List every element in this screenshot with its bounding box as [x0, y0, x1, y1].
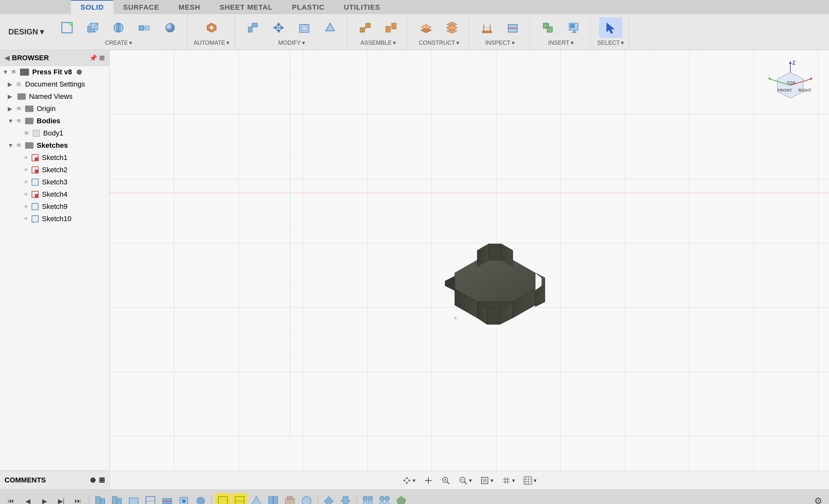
- draft-icon[interactable]: [319, 17, 342, 38]
- vp-zoom-btn[interactable]: [438, 475, 454, 486]
- tree-item-origin[interactable]: ▶ 👁 Origin: [0, 103, 109, 115]
- op-icon-10[interactable]: [282, 493, 298, 504]
- eye-hidden-sketch2[interactable]: 👁: [24, 167, 28, 172]
- op-icon-4[interactable]: [143, 493, 158, 504]
- eye-hidden-sketch1[interactable]: 👁: [24, 155, 28, 160]
- op-icon-8[interactable]: [249, 493, 264, 504]
- tree-item-sketch9[interactable]: ▶ 👁 Sketch9: [0, 200, 109, 213]
- eye-hidden-sketch9[interactable]: 👁: [24, 204, 28, 209]
- tree-item-bodies[interactable]: ▼ 👁 Bodies: [0, 115, 109, 127]
- tab-sheet-metal[interactable]: SHEET METAL: [210, 0, 283, 14]
- timeline-start-icon[interactable]: ⏮: [3, 493, 19, 504]
- tree-item-doc-settings[interactable]: ▶ ⚙ Document Settings: [0, 78, 109, 90]
- viewport-bottom-toolbar: ▾ ▾ ▾ ▾ ▾: [109, 471, 829, 490]
- joint-icon[interactable]: [354, 17, 377, 38]
- vp-grid-btn[interactable]: ▾: [499, 475, 518, 486]
- insert-group-label[interactable]: INSERT ▾: [548, 39, 574, 46]
- assemble-group-label[interactable]: ASSEMBLE ▾: [360, 39, 396, 46]
- eye-root[interactable]: 👁: [11, 69, 17, 76]
- nav-cube[interactable]: Z TOP RIGHT FRONT: [765, 60, 816, 111]
- timeline-end-icon[interactable]: ⏭: [70, 493, 86, 504]
- vp-pan-btn[interactable]: [421, 475, 436, 486]
- browser-expand-icon[interactable]: ⊞: [99, 54, 105, 62]
- midplane-icon[interactable]: [440, 17, 464, 38]
- settings-gear-icon[interactable]: ⚙: [810, 493, 826, 504]
- tab-surface[interactable]: SURFACE: [113, 0, 169, 14]
- op-icon-15[interactable]: [377, 493, 392, 504]
- timeline-next-icon[interactable]: ▶|: [53, 493, 69, 504]
- rigid-group-icon[interactable]: [380, 17, 403, 38]
- tab-plastic[interactable]: PLASTIC: [283, 0, 334, 14]
- browser-collapse-icon[interactable]: ◀: [4, 54, 9, 62]
- eye-body1[interactable]: 👁: [24, 130, 30, 137]
- eye-origin[interactable]: 👁: [16, 106, 22, 112]
- modify-group-label[interactable]: MODIFY ▾: [278, 39, 305, 46]
- eye-hidden-sketch10[interactable]: 👁: [24, 216, 28, 222]
- op-icon-3[interactable]: [126, 493, 141, 504]
- vp-move-btn[interactable]: ▾: [399, 475, 419, 486]
- pattern-icon[interactable]: [133, 17, 156, 38]
- eye-visible-sketch4[interactable]: 👁: [24, 192, 28, 197]
- tab-solid[interactable]: SOLID: [71, 0, 113, 14]
- 3d-object[interactable]: [413, 208, 574, 331]
- browser-pin-icon[interactable]: 📌: [89, 54, 97, 62]
- tree-item-sketch1[interactable]: ▶ 👁 Sketch1: [0, 152, 109, 164]
- op-icon-2[interactable]: [109, 493, 124, 504]
- op-icon-12[interactable]: [321, 493, 336, 504]
- arrow-bodies: ▼: [8, 118, 14, 124]
- op-icon-14[interactable]: [360, 493, 375, 504]
- shell-icon[interactable]: [293, 17, 316, 38]
- op-icon-7[interactable]: [193, 493, 208, 504]
- eye-sketches[interactable]: 👁: [16, 142, 22, 149]
- insert-canvas-icon[interactable]: [562, 17, 585, 38]
- inspect-group-label[interactable]: INSPECT ▾: [485, 39, 515, 46]
- create-group-label[interactable]: CREATE ▾: [105, 39, 132, 46]
- vp-visual-btn[interactable]: ▾: [520, 475, 540, 486]
- measure-icon[interactable]: [475, 17, 499, 38]
- select-group-label[interactable]: SELECT ▾: [597, 39, 624, 46]
- tab-mesh[interactable]: MESH: [169, 0, 210, 14]
- op-highlight-1[interactable]: [215, 493, 230, 504]
- insert-mesh-icon[interactable]: [536, 17, 560, 38]
- vp-fit-btn[interactable]: ▾: [456, 475, 475, 486]
- move-icon[interactable]: [267, 17, 290, 38]
- select-icon[interactable]: [599, 17, 622, 38]
- eye-bodies[interactable]: 👁: [16, 118, 22, 124]
- extrude-icon[interactable]: [81, 17, 104, 38]
- op-icon-11[interactable]: [299, 493, 314, 504]
- revolve-icon[interactable]: [107, 17, 130, 38]
- comments-add-icon[interactable]: ⊕: [90, 476, 96, 484]
- tree-item-sketch4[interactable]: ▶ 👁 Sketch4: [0, 188, 109, 200]
- op-icon-16[interactable]: [394, 493, 409, 504]
- design-button[interactable]: DESIGN ▾: [3, 25, 49, 39]
- viewport[interactable]: Z TOP RIGHT FRONT: [109, 50, 829, 490]
- timeline-prev-icon[interactable]: ◀: [20, 493, 35, 504]
- op-icon-6[interactable]: [176, 493, 192, 504]
- tree-item-sketch10[interactable]: ▶ 👁 Sketch10: [0, 213, 109, 225]
- tree-item-named-views[interactable]: ▶ Named Views: [0, 90, 109, 103]
- op-icon-9[interactable]: [265, 493, 281, 504]
- fillet-icon[interactable]: [241, 17, 264, 38]
- tree-item-root[interactable]: ▼ 👁 Press Fit v8: [0, 66, 109, 78]
- tab-utilities[interactable]: UTILITIES: [334, 0, 390, 14]
- op-icon-5[interactable]: [159, 493, 175, 504]
- section-icon[interactable]: [501, 17, 524, 38]
- tree-item-sketches[interactable]: ▼ 👁 Sketches: [0, 139, 109, 152]
- tree-item-sketch3[interactable]: ▶ 👁 Sketch3: [0, 176, 109, 188]
- create-sketch-icon[interactable]: [56, 17, 79, 38]
- op-highlight-2[interactable]: [232, 493, 247, 504]
- automate-group-label[interactable]: AUTOMATE ▾: [193, 39, 229, 46]
- timeline-play-icon[interactable]: ▶: [37, 493, 52, 504]
- construct-group-label[interactable]: CONSTRUCT ▾: [419, 39, 459, 46]
- op-icon-1[interactable]: [93, 493, 108, 504]
- label-sketches: Sketches: [37, 141, 68, 150]
- tree-item-sketch2[interactable]: ▶ 👁 Sketch2: [0, 164, 109, 176]
- automate-icon[interactable]: [200, 17, 223, 38]
- op-icon-13[interactable]: [338, 493, 353, 504]
- vp-display-btn[interactable]: ▾: [477, 475, 497, 486]
- sphere-icon[interactable]: [158, 17, 182, 38]
- eye-hidden-sketch3[interactable]: 👁: [24, 180, 28, 185]
- comments-expand-icon[interactable]: ⊞: [99, 476, 105, 484]
- offset-plane-icon[interactable]: [414, 17, 438, 38]
- tree-item-body1[interactable]: ▶ 👁 Body1: [0, 127, 109, 139]
